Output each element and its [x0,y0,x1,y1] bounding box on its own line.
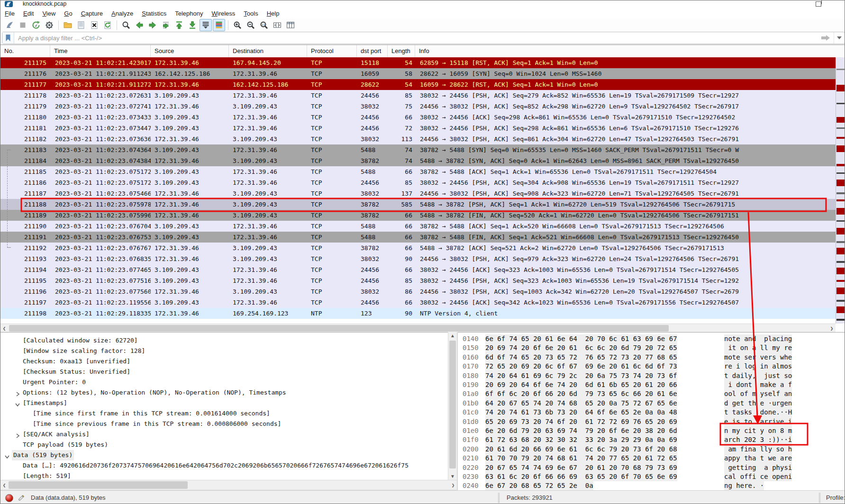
packet-row-211197[interactable]: 2111972023-03-21 11:02:23.1195563.109.20… [0,297,836,308]
find-packet-icon[interactable] [120,19,132,31]
packet-row-211177[interactable]: 2111772023-03-21 11:02:21.911272172.31.3… [0,79,836,90]
menu-help[interactable]: Help [263,9,284,18]
hex-bytes[interactable]: 20 61 6d 20 66 69 6e 61 6c 6c 79 20 73 6… [485,445,677,454]
hex-row-01e0[interactable]: 01e06e 20 6d 79 20 63 69 74 79 20 6f 6e … [458,426,845,435]
packet-row-211198[interactable]: 2111982023-03-21 11:02:29.118335172.31.3… [0,308,836,319]
hex-row-0220[interactable]: 022020 67 65 74 74 69 6e 67 20 61 20 70 … [458,463,845,472]
menu-analyze[interactable]: Analyze [107,9,137,18]
restart-capture-icon[interactable] [30,19,42,31]
hex-row-0230[interactable]: 023063 61 6c 20 6f 66 66 69 63 65 20 6f … [458,472,845,481]
menu-tools[interactable]: Tools [239,9,262,18]
hex-bytes[interactable]: 64 20 67 65 74 20 74 68 65 20 0a 75 72 6… [485,399,677,408]
hex-bytes[interactable]: 6e 67 20 68 65 72 65 2e 0a [485,481,593,490]
hex-ascii[interactable]: getting a physi [724,463,792,472]
menu-telephony[interactable]: Telephony [171,9,207,18]
hex-row-01c0[interactable]: 01c074 20 74 61 73 6b 73 20 64 6f 6e 65 … [458,408,845,417]
column-header-length[interactable]: Length [388,45,415,58]
packet-row-211194[interactable]: 2111942023-03-21 11:02:23.0774653.109.20… [0,264,836,275]
hex-ascii[interactable]: it on a ll my re [724,343,792,352]
status-profile[interactable]: Profile: Default [826,494,845,501]
packet-row-211175[interactable]: 2111752023-03-21 11:02:21.423017172.31.3… [0,57,836,68]
hex-bytes[interactable]: 63 61 6c 20 6f 66 66 69 63 65 20 6f 70 6… [485,472,677,481]
zoom-in-icon[interactable] [231,19,244,31]
hex-row-0160[interactable]: 01606d 6f 74 65 20 73 65 72 76 65 72 73 … [458,353,845,362]
packet-row-211195[interactable]: 2111952023-03-21 11:02:23.0775163.109.20… [0,275,836,286]
hex-bytes[interactable]: 61 70 70 79 20 74 68 61 74 20 77 65 20 6… [485,454,677,463]
apply-filter-button[interactable] [818,32,834,44]
hex-row-0190[interactable]: 019020 69 20 64 6f 6e 74 20 6d 61 6b 65 … [458,380,845,389]
hex-bytes[interactable]: 6d 6f 74 65 20 73 65 72 76 65 72 73 20 7… [485,353,677,362]
hex-row-01b0[interactable]: 01b064 20 67 65 74 20 74 68 65 20 0a 75 … [458,399,845,408]
chevron-right-icon[interactable] [15,390,20,400]
go-forward-icon[interactable] [146,19,159,31]
packet-row-211183[interactable]: 2111832023-03-21 11:02:23.0743643.109.20… [0,144,836,155]
edit-capture-comment-icon[interactable] [18,494,25,502]
hex-row-0210[interactable]: 021061 70 70 79 20 74 68 61 74 20 77 65 … [458,454,845,463]
column-header-info[interactable]: Info [415,45,845,58]
hex-ascii[interactable]: t daily, just so [724,371,792,380]
stop-capture-icon[interactable] [17,19,29,31]
packet-row-211181[interactable]: 2111812023-03-21 11:02:23.0734473.109.20… [0,123,836,134]
hex-ascii[interactable]: appy tha t we are [724,454,792,463]
hex-row-01a0[interactable]: 01a06f 6f 6c 20 6f 66 20 6d 79 73 65 6c … [458,389,845,398]
packet-row-211178[interactable]: 2111782023-03-21 11:02:23.0726313.109.20… [0,90,836,101]
hex-ascii[interactable]: re i log in almos [724,362,792,371]
zoom-original-icon[interactable]: 1:1 [258,19,270,31]
reload-file-icon[interactable] [101,19,114,31]
column-header-destination[interactable]: Destination [229,45,307,58]
menu-go[interactable]: Go [60,9,76,18]
hex-row-01d0[interactable]: 01d065 20 69 73 20 74 6f 20 61 72 72 69 … [458,417,845,426]
hex-bytes[interactable]: 74 20 74 61 73 6b 73 20 64 6f 6e 65 2e 0… [485,408,677,417]
hex-ascii[interactable]: d get th e ·urgen [724,399,792,408]
filter-bookmark-button[interactable] [2,32,14,44]
packet-row-211188[interactable]: 2111882023-03-21 11:02:23.075978172.31.3… [0,199,836,210]
hex-row-0180[interactable]: 018074 20 64 61 69 6c 79 2c 20 6a 75 73 … [458,371,845,380]
menu-edit[interactable]: Edit [19,9,38,18]
display-columns-icon[interactable] [284,19,297,31]
go-first-icon[interactable] [173,19,185,31]
hex-ascii[interactable]: t tasks done.··H [724,408,792,417]
chevron-down-icon[interactable] [4,452,10,463]
column-header-time[interactable]: Time [50,45,151,58]
hex-ascii[interactable]: i dont make a f [724,380,792,389]
resize-columns-icon[interactable] [271,19,283,31]
packet-row-211185[interactable]: 2111852023-03-21 11:02:23.0751723.109.20… [0,166,836,177]
capture-options-icon[interactable] [43,19,55,31]
hex-row-0150[interactable]: 015020 69 74 20 6f 6e 20 61 6c 6c 20 6d … [458,343,845,352]
packet-list-hscrollbar[interactable]: ❮ ❯ [0,324,836,333]
column-header-no[interactable]: No. [0,45,50,58]
menu-view[interactable]: View [38,9,60,18]
packet-row-211179[interactable]: 2111792023-03-21 11:02:23.072741172.31.3… [0,101,836,112]
hex-row-0170[interactable]: 017072 65 20 69 20 6c 6f 67 69 6e 20 61 … [458,362,845,371]
hex-bytes[interactable]: 65 20 69 73 20 74 6f 20 61 72 72 69 76 6… [485,417,677,426]
packet-row-211189[interactable]: 2111892023-03-21 11:02:23.075996172.31.3… [0,210,836,221]
packet-row-211187[interactable]: 2111872023-03-21 11:02:23.075466172.31.3… [0,188,836,199]
open-file-icon[interactable] [62,19,74,31]
packet-row-211196[interactable]: 2111962023-03-21 11:02:23.077560172.31.3… [0,286,836,297]
hex-row-0200[interactable]: 020020 61 6d 20 66 69 6e 61 6c 6c 79 20 … [458,445,845,454]
packet-list-scrollbar[interactable] [836,57,845,324]
hex-ascii[interactable]: am fina lly so h [724,445,792,454]
hex-bytes[interactable]: 20 69 20 64 6f 6e 74 20 6d 61 6b 65 20 6… [485,380,677,389]
column-header-dst-port[interactable]: dst port [357,45,388,58]
go-to-packet-icon[interactable] [160,19,172,31]
save-file-icon[interactable] [75,19,87,31]
packet-row-211192[interactable]: 2111922023-03-21 11:02:23.076767172.31.3… [0,243,836,253]
menu-statistics[interactable]: Statistics [137,9,171,18]
chevron-down-icon[interactable] [15,400,20,411]
hex-bytes[interactable]: 20 69 74 20 6f 6e 20 61 6c 6c 20 6d 79 2… [485,343,677,352]
hex-ascii[interactable]: ool of m yself an [724,389,792,398]
hex-row-0140[interactable]: 01406e 6f 74 65 20 61 6e 64 20 70 6c 61 … [458,334,845,343]
hex-ascii[interactable]: e is to arrive i [724,417,792,426]
hex-bytes[interactable]: 20 67 65 74 74 69 6e 67 20 61 20 70 68 7… [485,463,677,472]
hex-ascii[interactable]: ng here. · [724,481,764,490]
details-hscrollbar[interactable]: ❮ ❯ [0,480,457,490]
hex-bytes[interactable]: 6f 6f 6c 20 6f 66 20 6d 79 73 65 6c 66 2… [485,389,677,398]
packet-row-211182[interactable]: 2111822023-03-21 11:02:23.073636172.31.3… [0,134,836,144]
restore-window-icon[interactable] [816,1,821,7]
display-filter-input[interactable] [14,35,818,42]
hex-ascii[interactable]: mote ser vers whe [724,353,792,362]
packet-row-211193[interactable]: 2111932023-03-21 11:02:23.076835172.31.3… [0,253,836,264]
start-capture-icon[interactable] [3,19,16,31]
packet-row-211190[interactable]: 2111902023-03-21 11:02:23.0767043.109.20… [0,221,836,232]
